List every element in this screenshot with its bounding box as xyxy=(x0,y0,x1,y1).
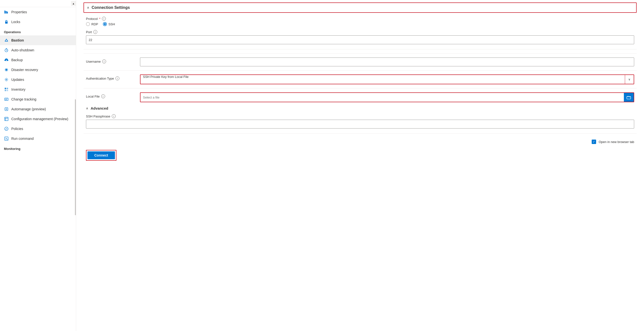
sidebar-item-policies-label: Policies xyxy=(11,127,23,131)
auth-type-dropdown-button[interactable]: ∨ xyxy=(625,75,634,84)
protocol-label: Protocol * i xyxy=(86,17,634,21)
protocol-radio-group: RDP SSH xyxy=(86,22,634,26)
open-new-tab-label: Open in new browser tab xyxy=(598,140,634,144)
local-file-input[interactable] xyxy=(140,93,624,102)
port-label: Port i xyxy=(86,30,634,34)
inventory-icon xyxy=(4,87,9,92)
sidebar-item-change-tracking-label: Change tracking xyxy=(11,97,36,101)
sidebar-item-updates[interactable]: Updates xyxy=(0,75,76,85)
sidebar-item-bastion[interactable]: Bastion xyxy=(0,35,76,45)
local-file-info-icon[interactable]: i xyxy=(101,94,105,98)
sidebar-item-properties[interactable]: Properties xyxy=(0,7,76,17)
auth-type-dropdown-wrapper: SSH Private Key from Local File ∨ xyxy=(140,75,634,84)
sidebar-item-backup[interactable]: Backup xyxy=(0,55,76,65)
connection-settings-title: Connection Settings xyxy=(92,6,130,10)
auth-type-info-icon[interactable]: i xyxy=(116,76,119,80)
local-file-row: Local File i xyxy=(84,88,637,102)
svg-point-11 xyxy=(6,79,7,80)
bars-icon xyxy=(4,10,9,15)
sidebar-item-disaster-recovery[interactable]: Disaster recovery xyxy=(0,65,76,75)
connect-button[interactable]: Connect xyxy=(88,151,115,159)
sidebar-item-auto-shutdown-label: Auto-shutdown xyxy=(11,48,34,52)
bastion-icon xyxy=(4,38,9,43)
scroll-top-area: ▲ xyxy=(0,0,76,7)
sidebar-item-automanage-label: Automanage (preview) xyxy=(11,107,46,111)
port-group: Port i xyxy=(84,30,637,44)
username-label-col: Username i xyxy=(86,58,135,65)
sidebar-item-locks-label: Locks xyxy=(11,20,20,24)
local-file-label-col: Local File i xyxy=(86,92,135,100)
advanced-title: Advanced xyxy=(91,106,108,110)
local-file-browse-button[interactable] xyxy=(624,93,634,102)
open-new-tab-row: ✓ Open in new browser tab xyxy=(84,140,637,144)
rdp-radio-circle xyxy=(86,22,90,26)
username-row: Username i xyxy=(84,53,637,66)
sidebar-item-change-tracking[interactable]: Change tracking xyxy=(0,94,76,104)
svg-rect-3 xyxy=(5,22,8,24)
sidebar-item-backup-label: Backup xyxy=(11,58,23,62)
lock-icon xyxy=(4,20,9,24)
section-divider-2 xyxy=(84,133,637,134)
auth-type-label-col: Authentication Type i xyxy=(86,75,135,82)
gear-icon xyxy=(4,77,9,82)
username-info-icon[interactable]: i xyxy=(102,60,106,63)
svg-rect-14 xyxy=(5,90,6,91)
ssh-radio-label: SSH xyxy=(108,22,115,26)
svg-rect-15 xyxy=(7,90,8,91)
sidebar-item-locks[interactable]: Locks xyxy=(0,17,76,27)
policies-icon xyxy=(4,126,9,131)
required-star: * xyxy=(99,17,100,21)
svg-rect-13 xyxy=(7,88,8,89)
sidebar-item-config-management[interactable]: Configuration management (Preview) xyxy=(0,114,76,124)
svg-rect-1 xyxy=(6,11,7,14)
auth-type-row: Authentication Type i SSH Private Key fr… xyxy=(84,70,637,84)
svg-rect-0 xyxy=(4,11,6,14)
ssh-passphrase-label: SSH Passphrase i xyxy=(86,114,634,118)
clock-icon xyxy=(4,48,9,53)
connect-button-area: Connect xyxy=(84,150,637,161)
protocol-info-icon[interactable]: i xyxy=(102,17,106,21)
operations-section-title: Operations xyxy=(0,27,76,35)
sidebar-item-config-management-label: Configuration management (Preview) xyxy=(11,117,68,121)
username-input[interactable] xyxy=(140,58,634,66)
sidebar-item-policies[interactable]: Policies xyxy=(0,124,76,134)
sidebar-item-run-command[interactable]: Run command xyxy=(0,134,76,144)
automanage-icon xyxy=(4,107,9,112)
ssh-passphrase-input[interactable] xyxy=(86,120,634,129)
ssh-radio-option[interactable]: SSH xyxy=(103,22,115,26)
svg-rect-12 xyxy=(5,88,6,89)
scroll-top-button[interactable]: ▲ xyxy=(71,1,76,6)
sidebar-item-inventory[interactable]: Inventory xyxy=(0,85,76,94)
run-icon xyxy=(4,136,9,141)
username-label: Username i xyxy=(86,60,135,63)
ssh-passphrase-info-icon[interactable]: i xyxy=(112,114,116,118)
sidebar-item-properties-label: Properties xyxy=(11,10,27,14)
sidebar-item-updates-label: Updates xyxy=(11,78,24,82)
rdp-radio-label: RDP xyxy=(91,22,98,26)
advanced-chevron-up-icon: ∧ xyxy=(86,107,88,110)
advanced-header[interactable]: ∧ Advanced xyxy=(84,102,637,110)
sidebar-item-automanage[interactable]: Automanage (preview) xyxy=(0,104,76,114)
sidebar-item-inventory-label: Inventory xyxy=(11,88,26,91)
open-new-tab-checkbox[interactable]: ✓ xyxy=(592,140,596,144)
protocol-group: Protocol * i RDP SSH xyxy=(84,17,637,26)
auth-type-input-col: SSH Private Key from Local File ∨ xyxy=(140,75,634,84)
backup-icon xyxy=(4,58,9,62)
sidebar-item-auto-shutdown[interactable]: Auto-shutdown xyxy=(0,45,76,55)
section-divider-1 xyxy=(84,49,637,49)
auth-type-dropdown-value[interactable]: SSH Private Key from Local File xyxy=(140,75,625,84)
auth-type-label: Authentication Type i xyxy=(86,76,135,80)
connection-settings-header: ∧ Connection Settings xyxy=(84,3,637,13)
rdp-radio-option[interactable]: RDP xyxy=(86,22,98,26)
port-info-icon[interactable]: i xyxy=(93,30,97,34)
port-input[interactable] xyxy=(86,35,634,44)
svg-point-10 xyxy=(6,69,7,71)
connect-button-wrapper: Connect xyxy=(86,150,116,161)
change-icon xyxy=(4,97,9,102)
checkbox-check-icon: ✓ xyxy=(593,140,595,144)
sidebar-item-run-command-label: Run command xyxy=(11,137,34,141)
monitoring-section-title: Monitoring xyxy=(0,144,76,152)
svg-rect-20 xyxy=(5,117,8,121)
chevron-up-icon: ∧ xyxy=(87,6,89,9)
main-content: ∧ Connection Settings Protocol * i RDP S… xyxy=(76,0,644,331)
